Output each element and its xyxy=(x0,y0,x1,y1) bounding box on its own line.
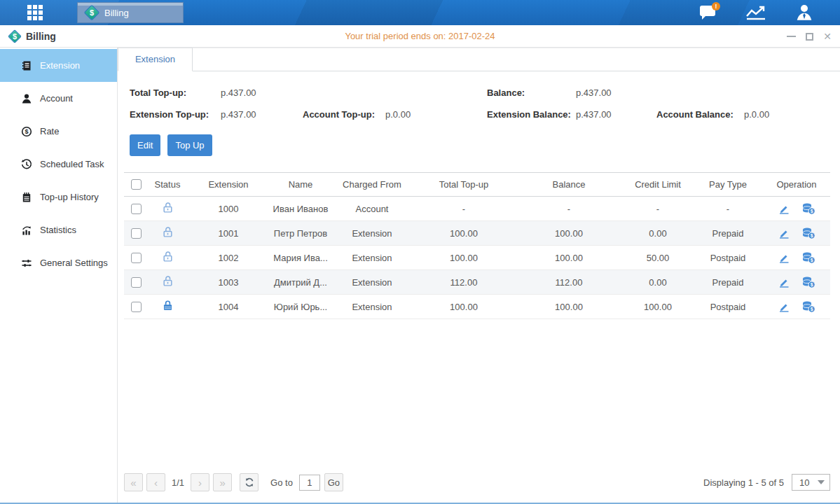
sliders-icon xyxy=(21,258,32,269)
table-row: 1002 Мария Ива... Extension 100.00 100.0… xyxy=(124,246,830,270)
history-clock-icon xyxy=(21,159,32,170)
unlocked-icon[interactable] xyxy=(162,226,174,238)
table-row: 1000 Иван Иванов Account - - - - xyxy=(124,197,830,221)
unlocked-icon[interactable] xyxy=(162,251,174,262)
col-status: Status xyxy=(148,173,187,197)
sidebar-item-account[interactable]: Account xyxy=(0,82,117,115)
cell-pay-type: Prepaid xyxy=(693,270,763,295)
locked-icon[interactable] xyxy=(162,300,174,312)
svg-text:$: $ xyxy=(25,128,28,135)
sidebar-item-label: Extension xyxy=(40,60,80,71)
top-up-coins-icon[interactable]: $ xyxy=(801,251,815,264)
cell-name: Юрий Юрь... xyxy=(270,295,331,319)
row-checkbox[interactable] xyxy=(131,204,142,214)
edit-pencil-icon[interactable] xyxy=(778,227,790,239)
row-checkbox[interactable] xyxy=(131,302,142,312)
cell-pay-type: Postpaid xyxy=(693,246,763,270)
sidebar-item-extension[interactable]: Extension xyxy=(0,49,117,82)
cell-extension: 1002 xyxy=(187,246,270,270)
table-header-row: Status Extension Name Charged From Total… xyxy=(124,173,830,197)
user-account-icon[interactable] xyxy=(795,4,813,22)
svg-text:$: $ xyxy=(811,258,813,263)
cell-extension: 1004 xyxy=(187,295,270,319)
edit-pencil-icon[interactable] xyxy=(778,252,790,263)
cell-balance: 100.00 xyxy=(515,295,623,319)
cell-name: Дмитрий Д... xyxy=(270,270,331,295)
sidebar-item-label: Account xyxy=(40,93,73,104)
col-balance: Balance xyxy=(515,173,623,197)
top-up-coins-icon[interactable]: $ xyxy=(801,300,815,313)
dollar-coin-icon: $ xyxy=(21,126,32,137)
sidebar-item-rate[interactable]: $ Rate xyxy=(0,115,117,148)
cell-credit-limit: - xyxy=(623,197,693,221)
notepad-icon xyxy=(21,192,32,203)
cell-total-topup: 100.00 xyxy=(413,221,515,246)
svg-text:$: $ xyxy=(811,233,813,239)
window-titlebar: $ Billing Your trial period ends on: 201… xyxy=(0,25,840,48)
sidebar-item-topup-history[interactable]: Top-up History xyxy=(0,181,117,214)
unlocked-icon[interactable] xyxy=(162,202,174,214)
row-checkbox[interactable] xyxy=(131,228,142,239)
row-checkbox[interactable] xyxy=(131,277,142,288)
cell-charged-from: Account xyxy=(331,197,413,221)
pagination-bar: « ‹ 1/1 › » Go to Go Displaying xyxy=(118,473,840,503)
close-icon[interactable]: ✕ xyxy=(823,31,832,41)
select-all-checkbox[interactable] xyxy=(131,179,142,190)
cell-credit-limit: 0.00 xyxy=(623,270,693,295)
account-balance-label: Account Balance: xyxy=(656,109,744,120)
total-topup-value: p.437.00 xyxy=(221,88,256,98)
notifications-icon[interactable]: ! xyxy=(700,6,717,20)
statistics-monitor-icon[interactable] xyxy=(745,4,767,21)
table-row: 1001 Петр Петров Extension 100.00 100.00… xyxy=(124,221,830,246)
first-page-button[interactable]: « xyxy=(124,473,143,491)
chevron-first-icon: « xyxy=(130,477,136,489)
sidebar-item-statistics[interactable]: Statistics xyxy=(0,214,117,246)
cell-pay-type: - xyxy=(693,197,763,221)
cell-balance: - xyxy=(515,197,623,221)
svg-text:$: $ xyxy=(811,209,813,214)
col-name: Name xyxy=(270,173,331,197)
go-button[interactable]: Go xyxy=(324,473,343,491)
refresh-button[interactable] xyxy=(240,473,259,491)
window-billing-icon: $ xyxy=(8,30,21,43)
account-topup-label: Account Top-up: xyxy=(303,109,385,120)
bar-chart-icon xyxy=(21,225,32,236)
last-page-button[interactable]: » xyxy=(213,473,232,491)
edit-pencil-icon[interactable] xyxy=(778,276,790,288)
unlocked-icon[interactable] xyxy=(162,275,174,287)
top-up-coins-icon[interactable]: $ xyxy=(801,227,815,239)
balance-value: p.437.00 xyxy=(576,88,612,98)
cell-charged-from: Extension xyxy=(331,295,413,319)
goto-page-input[interactable] xyxy=(299,475,320,491)
top-up-button[interactable]: Top Up xyxy=(167,134,212,156)
notification-badge: ! xyxy=(712,2,720,10)
maximize-icon[interactable] xyxy=(806,33,813,41)
cell-credit-limit: 0.00 xyxy=(623,221,693,246)
svg-text:$: $ xyxy=(811,282,813,288)
row-checkbox[interactable] xyxy=(131,253,142,263)
app-grid-button[interactable] xyxy=(21,0,49,25)
sidebar-item-scheduled-task[interactable]: Scheduled Task xyxy=(0,148,117,181)
total-topup-label: Total Top-up: xyxy=(130,88,221,98)
edit-pencil-icon[interactable] xyxy=(778,203,790,214)
topbar-billing-tab[interactable]: $ Billing xyxy=(77,2,184,23)
sidebar: Extension Account $ Rate xyxy=(0,48,118,503)
cell-balance: 112.00 xyxy=(515,270,623,295)
top-up-coins-icon[interactable]: $ xyxy=(801,202,815,215)
cell-balance: 100.00 xyxy=(515,221,623,246)
prev-page-button[interactable]: ‹ xyxy=(146,473,165,491)
minimize-icon[interactable] xyxy=(787,36,796,37)
next-page-button[interactable]: › xyxy=(191,473,209,491)
edit-pencil-icon[interactable] xyxy=(778,301,790,312)
page-size-select[interactable]: 10 xyxy=(792,474,830,491)
main-content: Extension Total Top-up: p.437.00 Balance… xyxy=(118,48,840,503)
top-up-coins-icon[interactable]: $ xyxy=(801,276,815,288)
edit-button[interactable]: Edit xyxy=(130,134,160,156)
extension-table: Status Extension Name Charged From Total… xyxy=(124,172,830,319)
col-operation: Operation xyxy=(763,173,830,197)
sidebar-item-general-settings[interactable]: General Settings xyxy=(0,246,117,279)
cell-name: Мария Ива... xyxy=(270,246,331,270)
sidebar-item-label: Top-up History xyxy=(40,192,99,202)
tab-extension[interactable]: Extension xyxy=(118,48,193,71)
cell-total-topup: 112.00 xyxy=(413,270,515,295)
